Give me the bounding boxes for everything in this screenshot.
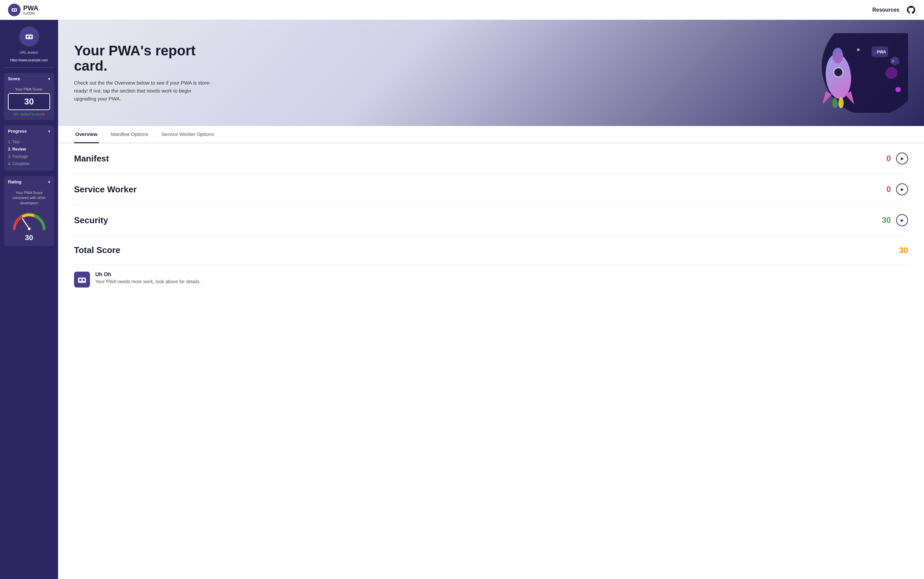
svg-rect-24	[79, 279, 81, 281]
svg-rect-2	[15, 9, 16, 11]
main-content: Your PWA's report card. Check out the th…	[58, 20, 924, 579]
security-right: 30 ▶	[882, 214, 908, 226]
security-score: 30	[882, 216, 891, 225]
url-tested-value: https://www.example.com	[10, 58, 48, 62]
svg-point-17	[896, 87, 901, 92]
avatar	[19, 26, 39, 46]
progress-item-complete[interactable]: 4. Complete	[8, 160, 50, 167]
gauge-number: 30	[8, 234, 50, 242]
total-score-value: 30	[899, 246, 908, 255]
tabs-area: Overview Manifest Options Service Worker…	[58, 126, 924, 143]
manifest-section-row: Manifest 0 ▶	[74, 143, 908, 174]
svg-point-18	[857, 48, 860, 51]
svg-point-7	[28, 227, 31, 230]
progress-card-header[interactable]: Progress ▾	[4, 125, 54, 137]
security-title: Security	[74, 215, 108, 226]
top-nav: PWA builder Resources	[0, 0, 924, 20]
svg-rect-5	[30, 36, 31, 38]
svg-rect-3	[26, 34, 33, 39]
hero-text: Your PWA's report card. Check out the th…	[74, 43, 213, 103]
resources-link[interactable]: Resources	[872, 7, 899, 13]
sections-area: Manifest 0 ▶ Service Worker 0 ▶ Security…	[58, 143, 924, 265]
gauge-container	[8, 209, 50, 232]
rating-desc: Your PWA Score compared with other devel…	[8, 190, 50, 206]
rating-card: Rating ▾ Your PWA Score compared with ot…	[4, 176, 54, 246]
rating-card-title: Rating	[8, 179, 21, 184]
total-score-section-row: Total Score 30	[74, 236, 908, 265]
logo-text: PWA builder	[23, 5, 38, 15]
rating-chevron-icon: ▾	[48, 180, 50, 184]
manifest-right: 0 ▶	[886, 152, 908, 165]
bottom-card-text: Uh Oh Your PWA needs more work, look abo…	[95, 272, 201, 284]
logo-icon	[8, 4, 21, 16]
svg-rect-23	[78, 278, 86, 283]
service-worker-section-row: Service Worker 0 ▶	[74, 174, 908, 205]
progress-item-test[interactable]: 1. Test	[8, 138, 50, 146]
service-worker-title: Service Worker	[74, 184, 137, 195]
svg-text:#: #	[892, 59, 894, 63]
rating-card-header[interactable]: Rating ▾	[4, 176, 54, 188]
svg-point-12	[836, 70, 841, 75]
total-score-title: Total Score	[74, 245, 120, 255]
service-worker-right: 0 ▶	[886, 183, 908, 195]
rating-body: Your PWA Score compared with other devel…	[4, 188, 54, 246]
svg-rect-0	[11, 8, 17, 11]
svg-point-13	[832, 98, 838, 108]
manifest-play-button[interactable]: ▶	[896, 152, 908, 165]
progress-card-title: Progress	[8, 129, 26, 134]
security-play-button[interactable]: ▶	[896, 214, 908, 226]
svg-point-10	[832, 48, 843, 64]
service-worker-score: 0	[886, 185, 891, 194]
score-card-title: Score	[8, 76, 20, 81]
progress-list: 1. Test 2. Review 3. Package 4. Complete	[4, 137, 54, 171]
avatar-area: URL tested: https://www.example.com	[4, 26, 54, 68]
svg-rect-25	[83, 279, 85, 281]
github-icon[interactable]	[906, 5, 916, 15]
tab-overview[interactable]: Overview	[74, 126, 99, 143]
score-added: 10+ added to score	[8, 112, 50, 116]
security-section-row: Security 30 ▶	[74, 205, 908, 236]
hero-section: Your PWA's report card. Check out the th…	[58, 20, 924, 126]
score-card-body: Your PWA Score: 30 10+ added to score	[4, 85, 54, 120]
total-score-right: 30	[899, 246, 908, 255]
manifest-title: Manifest	[74, 154, 109, 164]
svg-point-14	[839, 98, 844, 108]
progress-card: Progress ▾ 1. Test 2. Review 3. Package …	[4, 125, 54, 171]
sidebar: URL tested: https://www.example.com Scor…	[0, 20, 58, 579]
logo-area: PWA builder	[8, 4, 38, 16]
score-card-header[interactable]: Score ▾	[4, 73, 54, 85]
bottom-card: Uh Oh Your PWA needs more work, look abo…	[58, 265, 924, 294]
progress-item-package[interactable]: 3. Package	[8, 153, 50, 160]
hero-image: PWA #	[769, 33, 908, 113]
nav-right: Resources	[872, 5, 916, 15]
bottom-card-description: Your PWA needs more work, look above for…	[95, 279, 201, 284]
svg-point-16	[886, 67, 898, 79]
bottom-card-title: Uh Oh	[95, 272, 201, 278]
service-worker-play-button[interactable]: ▶	[896, 183, 908, 195]
tab-manifest-options[interactable]: Manifest Options	[110, 126, 150, 143]
url-tested-label: URL tested:	[20, 51, 39, 54]
svg-text:PWA: PWA	[877, 50, 886, 54]
score-card: Score ▾ Your PWA Score: 30 10+ added to …	[4, 73, 54, 120]
progress-chevron-icon: ▾	[48, 129, 50, 134]
pwa-logo-icon	[74, 272, 90, 288]
tab-service-worker-options[interactable]: Service Worker Options	[160, 126, 215, 143]
hero-description: Check out the the Overview below to see …	[74, 79, 213, 103]
hero-title: Your PWA's report card.	[74, 43, 213, 74]
progress-item-review[interactable]: 2. Review	[8, 146, 50, 153]
pwa-score-label: Your PWA Score:	[8, 87, 50, 91]
score-number: 30	[11, 96, 47, 107]
svg-line-6	[23, 219, 29, 229]
svg-rect-4	[27, 36, 28, 38]
score-box: 30	[8, 93, 50, 110]
score-chevron-icon: ▾	[48, 77, 50, 81]
svg-rect-1	[13, 9, 14, 11]
app-body: URL tested: https://www.example.com Scor…	[0, 20, 924, 579]
manifest-score: 0	[886, 154, 891, 163]
